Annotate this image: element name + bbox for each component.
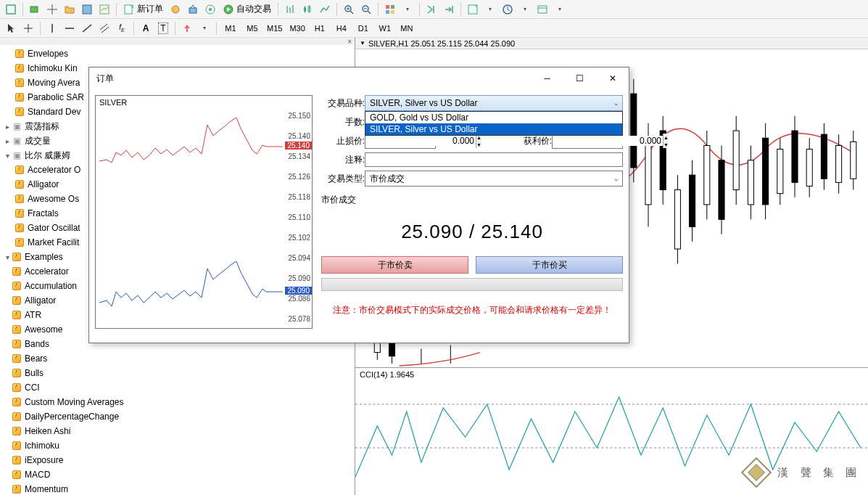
tree-item[interactable]: Momentum — [0, 482, 355, 495]
svg-rect-23 — [645, 145, 651, 204]
maximize-button[interactable]: ☐ — [563, 68, 596, 89]
svg-rect-0 — [7, 5, 15, 14]
scroll-end-icon[interactable] — [423, 1, 439, 17]
type-select[interactable]: 市价成交 ⌵ — [365, 171, 623, 187]
new-order-button[interactable]: 新订单 — [120, 1, 166, 17]
svg-rect-20 — [538, 6, 547, 13]
tree-item[interactable]: Heiken Ashi — [0, 424, 355, 438]
dropdown-icon-4[interactable]: ▾ — [552, 1, 568, 17]
dialog-titlebar[interactable]: 订单 ─ ☐ ✕ — [89, 68, 629, 89]
svg-rect-6 — [189, 8, 197, 13]
tree-item[interactable]: Bears — [0, 351, 355, 366]
brand-logo: 漢 聲 集 團 — [741, 457, 861, 488]
tp-up-icon[interactable]: ▲ — [664, 134, 669, 141]
grid-icon[interactable] — [382, 1, 398, 17]
bid-ask-price: 25.090 / 25.140 — [321, 221, 623, 243]
candle-chart-icon[interactable] — [299, 1, 315, 17]
comment-label: 注释: — [321, 154, 365, 166]
dropdown-option-silver[interactable]: SILVER, Silver vs US Dollar — [365, 123, 622, 135]
tree-item[interactable]: Envelopes — [0, 46, 355, 61]
tp-down-icon[interactable]: ▼ — [664, 141, 669, 148]
dropdown-icon-5[interactable]: ▾ — [197, 20, 212, 36]
zoom-out-icon[interactable] — [358, 1, 374, 17]
sl-down-icon[interactable]: ▼ — [476, 141, 481, 148]
trendline-tool-icon[interactable] — [79, 20, 95, 36]
chevron-down-icon: ⌵ — [614, 175, 618, 182]
hline-tool-icon[interactable] — [62, 20, 78, 36]
buy-button[interactable]: 于市价买 — [476, 256, 623, 274]
chart-tab-header[interactable]: ▼ SILVER,H1 25.051 25.115 25.044 25.090 — [355, 38, 868, 49]
svg-rect-36 — [836, 145, 842, 182]
timeframe-w1[interactable]: W1 — [375, 20, 395, 36]
timeframe-h1[interactable]: H1 — [310, 20, 330, 36]
tree-item[interactable]: Ichimoku — [0, 438, 355, 453]
timeframe-m1[interactable]: M1 — [220, 20, 241, 36]
comment-input[interactable] — [365, 152, 623, 167]
dropdown-icon-2[interactable]: ▾ — [482, 1, 498, 17]
cursor-icon[interactable] — [44, 1, 60, 17]
sell-button[interactable]: 于市价卖 — [321, 256, 468, 274]
cursor-tool-icon[interactable] — [3, 20, 19, 36]
toolbar-icon-5[interactable] — [79, 1, 95, 17]
tree-item[interactable]: Custom Moving Averages — [0, 395, 355, 409]
mini-axis-tick: 25.078 — [288, 315, 310, 323]
disabled-bar — [321, 278, 623, 291]
sl-label: 止损价: — [321, 135, 365, 147]
label-tool-icon[interactable]: T — [155, 20, 171, 36]
crosshair-tool-icon[interactable] — [20, 20, 36, 36]
timeframe-d1[interactable]: D1 — [353, 20, 373, 36]
toolbar-icon-9[interactable] — [185, 1, 201, 17]
indicators-icon[interactable] — [465, 1, 481, 17]
chart-title: SILVER,H1 25.051 25.115 25.044 25.090 — [368, 39, 515, 48]
symbol-label: 交易品种: — [321, 97, 365, 110]
toolbar-icon-10[interactable] — [202, 1, 218, 17]
toolbar-icon-2[interactable] — [27, 1, 43, 17]
svg-rect-1 — [30, 7, 38, 12]
svg-rect-2 — [83, 5, 91, 14]
templates-icon[interactable] — [534, 1, 550, 17]
minimize-button[interactable]: ─ — [531, 68, 563, 89]
tree-item[interactable]: CCI — [0, 380, 355, 395]
type-label: 交易类型: — [321, 173, 365, 185]
svg-rect-27 — [704, 145, 710, 204]
toolbar-icon-8[interactable] — [168, 1, 183, 17]
toolbar-icon-1[interactable] — [3, 1, 19, 17]
arrow-tool-icon[interactable] — [179, 20, 195, 36]
tree-item[interactable]: DailyPercentageChange — [0, 409, 355, 424]
mini-tick-chart: SILVER 25.15025.14025.13425.12625.11825.… — [95, 95, 313, 329]
brand-text: 漢 聲 集 團 — [777, 466, 861, 480]
dropdown-icon-3[interactable]: ▾ — [517, 1, 533, 17]
zoom-in-icon[interactable] — [341, 1, 357, 17]
timeframe-m15[interactable]: M15 — [264, 20, 285, 36]
line-chart-icon[interactable] — [317, 1, 333, 17]
svg-rect-34 — [806, 150, 812, 187]
tree-item[interactable]: Bulls — [0, 366, 355, 380]
toolbar-icon-6[interactable] — [96, 1, 112, 17]
dropdown-icon-1[interactable]: ▾ — [400, 1, 416, 17]
channel-tool-icon[interactable] — [96, 20, 112, 36]
svg-rect-22 — [631, 94, 637, 168]
dropdown-option-gold[interactable]: GOLD, Gold vs US Dollar — [365, 112, 622, 123]
section-label: 市价成交 — [321, 194, 623, 206]
timeframe-m30[interactable]: M30 — [286, 20, 307, 36]
bar-chart-icon[interactable] — [282, 1, 298, 17]
text-tool-icon[interactable]: A — [138, 20, 154, 36]
timeframe-h4[interactable]: H4 — [331, 20, 352, 36]
close-button[interactable]: ✕ — [596, 68, 629, 89]
svg-rect-37 — [851, 142, 856, 179]
timeframe-m5[interactable]: M5 — [242, 20, 263, 36]
panel-close-icon[interactable]: × — [347, 38, 352, 46]
periods-icon[interactable] — [500, 1, 516, 17]
timeframe-mn[interactable]: MN — [397, 20, 417, 36]
chart-dropdown-icon[interactable]: ▼ — [360, 40, 365, 46]
svg-rect-4 — [125, 5, 132, 14]
shift-icon[interactable] — [441, 1, 457, 17]
fibo-tool-icon[interactable]: fE — [114, 20, 130, 36]
auto-trade-button[interactable]: 自动交易 — [220, 1, 274, 17]
symbol-select[interactable]: SILVER, Silver vs US Dollar ⌵ — [365, 95, 623, 111]
folder-icon[interactable] — [62, 1, 78, 17]
vline-tool-icon[interactable] — [44, 20, 60, 36]
tree-item[interactable]: iExposure — [0, 453, 355, 467]
tree-item[interactable]: MACD — [0, 467, 355, 482]
tp-label: 获利价: — [516, 135, 552, 147]
